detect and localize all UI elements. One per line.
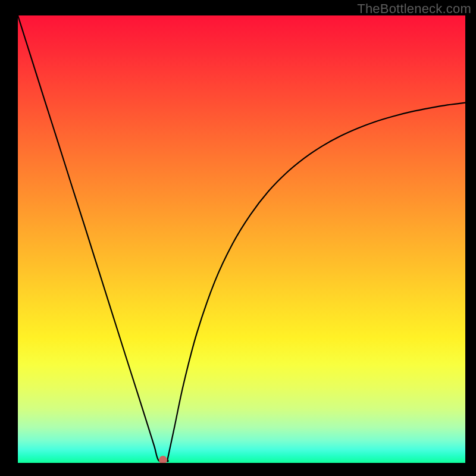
minimum-marker <box>159 456 167 463</box>
bottleneck-curve <box>18 15 465 463</box>
chart-frame: TheBottleneck.com <box>0 0 476 476</box>
watermark-text: TheBottleneck.com <box>357 1 471 17</box>
plot-area <box>18 15 465 463</box>
